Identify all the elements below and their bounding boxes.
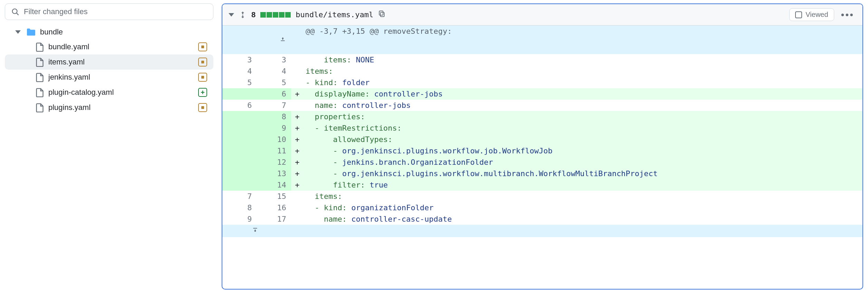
diff-line[interactable]: 8+ properties:	[222, 111, 862, 122]
new-line-number: 15	[257, 191, 291, 202]
diff-sign: +	[291, 111, 303, 122]
status-modified-icon	[198, 103, 207, 112]
diff-line[interactable]: 11+ - org.jenkinsci.plugins.workflow.job…	[222, 145, 862, 156]
viewed-label: Viewed	[806, 11, 828, 19]
old-line-number	[222, 134, 257, 145]
change-count: 8	[251, 10, 255, 19]
expand-up-icon[interactable]	[222, 26, 291, 54]
tree-file-label: items.yaml	[48, 58, 194, 67]
diff-panel: 8 bundle/items.yaml Viewed •••	[222, 3, 863, 290]
old-line-number	[222, 88, 257, 100]
diff-line[interactable]: 6+ displayName: controller-jobs	[222, 88, 862, 100]
diff-sign	[291, 54, 303, 65]
filter-files-input[interactable]	[24, 7, 207, 16]
diff-sign	[291, 77, 303, 88]
file-icon	[36, 103, 44, 112]
diff-sign: +	[291, 122, 303, 134]
old-line-number: 3	[222, 54, 257, 65]
new-line-number: 7	[257, 100, 291, 111]
old-line-number: 5	[222, 77, 257, 88]
tree-file[interactable]: jenkins.yaml	[5, 70, 213, 85]
diff-code: allowedTypes:	[303, 134, 862, 145]
old-line-number: 8	[222, 202, 257, 213]
diff-line[interactable]: 13+ - org.jenkinsci.plugins.workflow.mul…	[222, 168, 862, 179]
diff-sign	[291, 191, 303, 202]
tree-file-label: plugins.yaml	[48, 103, 194, 112]
copy-path-icon[interactable]	[378, 10, 386, 20]
tree-folder-bundle[interactable]: bundle	[5, 25, 213, 39]
file-tree-sidebar: bundle bundle.yamlitems.yamljenkins.yaml…	[0, 0, 218, 293]
diff-line[interactable]: 12+ - jenkins.branch.OrganizationFolder	[222, 156, 862, 168]
old-line-number	[222, 145, 257, 156]
diff-sign: +	[291, 145, 303, 156]
diff-code: name: controller-jobs	[303, 100, 862, 111]
diff-line[interactable]: 55- kind: folder	[222, 77, 862, 88]
diff-code: items: NONE	[303, 54, 862, 65]
diff-line[interactable]: 9+ - itemRestrictions:	[222, 122, 862, 134]
expand-all-icon[interactable]	[239, 11, 247, 19]
collapse-file-icon[interactable]	[229, 13, 234, 17]
new-line-number: 13	[257, 168, 291, 179]
diff-code: - jenkins.branch.OrganizationFolder	[303, 156, 862, 168]
file-icon	[36, 42, 44, 52]
svg-rect-2	[380, 12, 384, 16]
tree-file[interactable]: bundle.yaml	[5, 39, 213, 54]
tree-file-label: bundle.yaml	[48, 42, 194, 51]
chevron-down-icon	[15, 30, 21, 34]
diff-header: 8 bundle/items.yaml Viewed •••	[222, 4, 862, 26]
diff-sign	[291, 65, 303, 77]
expand-down-icon[interactable]	[222, 225, 291, 237]
tree-file-label: plugin-catalog.yaml	[48, 88, 194, 97]
filter-files-input-wrap[interactable]	[5, 3, 213, 20]
diff-line[interactable]: 33 items: NONE	[222, 54, 862, 65]
diff-sign: +	[291, 179, 303, 191]
diff-line[interactable]: 67 name: controller-jobs	[222, 100, 862, 111]
diff-code: - itemRestrictions:	[303, 122, 862, 134]
diff-line[interactable]: 917 name: controller-casc-update	[222, 213, 862, 225]
diff-line[interactable]: 715 items:	[222, 191, 862, 202]
svg-rect-5	[253, 228, 257, 229]
tree-file[interactable]: items.yaml	[5, 54, 213, 70]
diff-line[interactable]: 816 - kind: organizationFolder	[222, 202, 862, 213]
new-line-number: 17	[257, 213, 291, 225]
old-line-number	[222, 156, 257, 168]
diff-code: items:	[303, 191, 862, 202]
svg-point-0	[12, 9, 17, 14]
old-line-number	[222, 168, 257, 179]
file-tree: bundle bundle.yamlitems.yamljenkins.yaml…	[5, 25, 213, 115]
new-line-number: 10	[257, 134, 291, 145]
diff-line[interactable]: 44items:	[222, 65, 862, 77]
more-menu-icon[interactable]: •••	[839, 9, 856, 20]
new-line-number: 16	[257, 202, 291, 213]
hunk-header-row: @@ -3,7 +3,15 @@ removeStrategy:	[222, 26, 862, 54]
tree-file[interactable]: plugin-catalog.yaml+	[5, 85, 213, 100]
svg-rect-4	[281, 40, 284, 41]
diff-sign: +	[291, 168, 303, 179]
viewed-checkbox[interactable]	[795, 11, 802, 18]
diff-line[interactable]: 14+ filter: true	[222, 179, 862, 191]
svg-line-1	[17, 13, 19, 15]
old-line-number: 4	[222, 65, 257, 77]
status-added-icon: +	[198, 88, 207, 97]
diff-sign: +	[291, 88, 303, 100]
diff-sign: +	[291, 134, 303, 145]
old-line-number: 6	[222, 100, 257, 111]
tree-file[interactable]: plugins.yaml	[5, 100, 213, 115]
svg-rect-3	[379, 11, 383, 15]
file-icon	[36, 72, 44, 82]
hunk-header-text: @@ -3,7 +3,15 @@ removeStrategy:	[303, 26, 862, 54]
old-line-number	[222, 179, 257, 191]
tree-file-label: jenkins.yaml	[48, 73, 194, 82]
search-icon	[11, 8, 19, 16]
diff-code: - kind: folder	[303, 77, 862, 88]
diff-file-path[interactable]: bundle/items.yaml	[296, 10, 373, 19]
old-line-number: 9	[222, 213, 257, 225]
diff-code: filter: true	[303, 179, 862, 191]
diff-line[interactable]: 10+ allowedTypes:	[222, 134, 862, 145]
new-line-number: 12	[257, 156, 291, 168]
new-line-number: 4	[257, 65, 291, 77]
expand-down-row[interactable]	[222, 225, 862, 237]
diff-code: - org.jenkinsci.plugins.workflow.job.Wor…	[303, 145, 862, 156]
viewed-toggle[interactable]: Viewed	[789, 8, 834, 21]
file-icon	[36, 88, 44, 97]
